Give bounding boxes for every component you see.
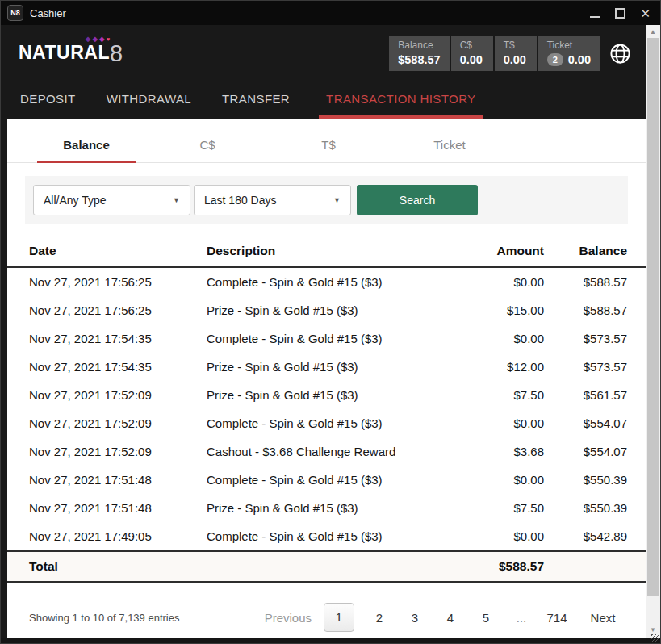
cell-balance: $554.07 [544, 445, 627, 458]
cell-balance: $588.57 [544, 275, 627, 289]
currency-subtabs: Balance C$ T$ Ticket [7, 119, 646, 163]
cell-date: Nov 27, 2021 17:56:25 [29, 303, 207, 317]
page-button-3[interactable]: 3 [403, 611, 427, 625]
window-controls: ✕ [590, 8, 651, 19]
title-bar: N8 Cashier ✕ [1, 1, 660, 25]
wallet-box-ticket: Ticket 2 0.00 [538, 36, 600, 71]
logo-eight: 8 [110, 40, 123, 66]
table-row: Nov 27, 2021 17:49:05 Complete - Spin & … [7, 522, 646, 550]
tab-withdrawal[interactable]: WITHDRAWAL [105, 86, 193, 119]
table-row: Nov 27, 2021 17:51:48 Complete - Spin & … [7, 466, 646, 494]
cell-balance: $561.57 [544, 388, 627, 402]
cell-date: Nov 27, 2021 17:54:35 [29, 360, 207, 374]
logo-text: NATURAL [19, 42, 110, 63]
cell-amount: $0.00 [455, 529, 544, 543]
cell-description: Prize - Spin & Gold #15 ($3) [207, 388, 455, 402]
total-row: Total $588.57 [7, 550, 646, 583]
cell-date: Nov 27, 2021 17:52:09 [29, 416, 207, 430]
cell-amount: $7.50 [455, 388, 544, 402]
scrollbar-thumb[interactable] [647, 38, 659, 596]
wallet-summary: Balance $588.57 C$ 0.00 T$ 0.00 Ticket [389, 36, 600, 71]
pagination-bar: Showing 1 to 10 of 7,139 entries Previou… [7, 597, 646, 638]
wallet-cdollar-value: 0.00 [460, 53, 484, 66]
type-filter-select[interactable]: All/Any Type ▼ [33, 185, 190, 215]
col-header-description: Description [207, 244, 455, 258]
transaction-table: Date Description Amount Balance Nov 27, … [7, 236, 646, 583]
cell-date: Nov 27, 2021 17:54:35 [29, 332, 207, 345]
globe-icon[interactable] [609, 43, 631, 65]
resize-grip[interactable] [651, 634, 659, 642]
wallet-tdollar-label: T$ [504, 40, 528, 51]
cell-description: Complete - Spin & Gold #15 ($3) [207, 332, 455, 345]
cell-amount: $0.00 [455, 473, 544, 487]
table-row: Nov 27, 2021 17:56:25 Prize - Spin & Gol… [7, 296, 646, 324]
window-title: Cashier [30, 7, 584, 19]
previous-page-button[interactable]: Previous [265, 611, 312, 625]
cell-amount: $15.00 [455, 303, 544, 317]
cashier-header: ◆◆◆♥ NATURAL8 Balance $588.57 C$ 0.00 [1, 25, 646, 119]
cell-date: Nov 27, 2021 17:56:25 [29, 275, 207, 289]
tab-transaction-history[interactable]: TRANSACTION HISTORY [319, 86, 483, 119]
total-value: $588.57 [455, 559, 544, 574]
cashier-window: N8 Cashier ✕ ◆◆◆♥ NATURAL8 [0, 0, 661, 644]
table-row: Nov 27, 2021 17:54:35 Prize - Spin & Gol… [7, 353, 646, 381]
wallet-box-cdollar: C$ 0.00 [451, 36, 493, 71]
tab-deposit[interactable]: DEPOSIT [19, 86, 77, 119]
cell-description: Prize - Spin & Gold #15 ($3) [207, 303, 455, 317]
minimize-icon[interactable] [590, 8, 600, 19]
page-button-1[interactable]: 1 [324, 603, 354, 632]
cell-date: Nov 27, 2021 17:52:09 [29, 388, 207, 402]
main-area: ◆◆◆♥ NATURAL8 Balance $588.57 C$ 0.00 [1, 25, 646, 638]
wallet-box-balance: Balance $588.57 [389, 36, 449, 71]
cell-balance: $588.57 [544, 303, 627, 317]
cell-description: Complete - Spin & Gold #15 ($3) [207, 275, 455, 289]
close-icon[interactable]: ✕ [640, 8, 651, 19]
cell-description: Complete - Spin & Gold #15 ($3) [207, 416, 455, 430]
cell-date: Nov 27, 2021 17:51:48 [29, 473, 207, 487]
logo-dots-decoration: ◆◆◆♥ [86, 36, 111, 43]
scroll-up-icon[interactable]: ▲ [646, 28, 660, 36]
cell-balance: $542.89 [544, 529, 627, 543]
cell-balance: $550.39 [544, 473, 627, 487]
page-button-5[interactable]: 5 [474, 611, 498, 625]
table-row: Nov 27, 2021 17:56:25 Complete - Spin & … [7, 268, 646, 296]
page-button-4[interactable]: 4 [438, 611, 462, 625]
cell-date: Nov 27, 2021 17:51:48 [29, 501, 207, 515]
ticket-count-badge: 2 [547, 53, 563, 66]
cell-description: Prize - Spin & Gold #15 ($3) [207, 360, 455, 374]
cell-amount: $0.00 [455, 275, 544, 289]
period-filter-select[interactable]: Last 180 Days ▼ [194, 185, 351, 215]
chevron-down-icon: ▼ [173, 196, 180, 204]
page-button-714[interactable]: 714 [545, 611, 569, 625]
maximize-icon[interactable] [615, 8, 625, 19]
subtab-balance[interactable]: Balance [26, 130, 147, 162]
chevron-down-icon: ▼ [333, 196, 341, 204]
vertical-scrollbar[interactable]: ▲ ▼ [646, 25, 660, 638]
subtab-tdollar[interactable]: T$ [268, 130, 389, 162]
subtab-cdollar[interactable]: C$ [147, 130, 268, 162]
table-row: Nov 27, 2021 17:52:09 Complete - Spin & … [7, 409, 646, 437]
type-filter-value: All/Any Type [44, 194, 107, 207]
col-header-balance: Balance [544, 244, 627, 258]
cell-amount: $0.00 [455, 332, 544, 345]
page-button-2[interactable]: 2 [367, 611, 391, 625]
period-filter-value: Last 180 Days [204, 194, 277, 207]
search-button[interactable]: Search [357, 185, 478, 215]
tab-transfer[interactable]: TRANSFER [220, 86, 291, 119]
wallet-balance-label: Balance [398, 40, 440, 51]
cell-amount: $0.00 [455, 416, 544, 430]
wallet-balance-value: $588.57 [398, 53, 440, 66]
natural8-logo: ◆◆◆♥ NATURAL8 [19, 42, 123, 65]
cell-description: Complete - Spin & Gold #15 ($3) [207, 473, 455, 487]
cell-amount: $12.00 [455, 360, 544, 374]
col-header-date: Date [29, 244, 207, 258]
wallet-cdollar-label: C$ [460, 40, 484, 51]
col-header-amount: Amount [455, 244, 544, 258]
wallet-tdollar-value: 0.00 [504, 53, 528, 66]
next-page-button[interactable]: Next [579, 611, 626, 625]
cell-amount: $3.68 [455, 445, 544, 458]
cell-amount: $7.50 [455, 501, 544, 515]
subtab-ticket[interactable]: Ticket [389, 130, 510, 162]
table-row: Nov 27, 2021 17:54:35 Complete - Spin & … [7, 324, 646, 353]
transaction-history-panel: Balance C$ T$ Ticket All/Any Type ▼ Last… [7, 119, 646, 638]
